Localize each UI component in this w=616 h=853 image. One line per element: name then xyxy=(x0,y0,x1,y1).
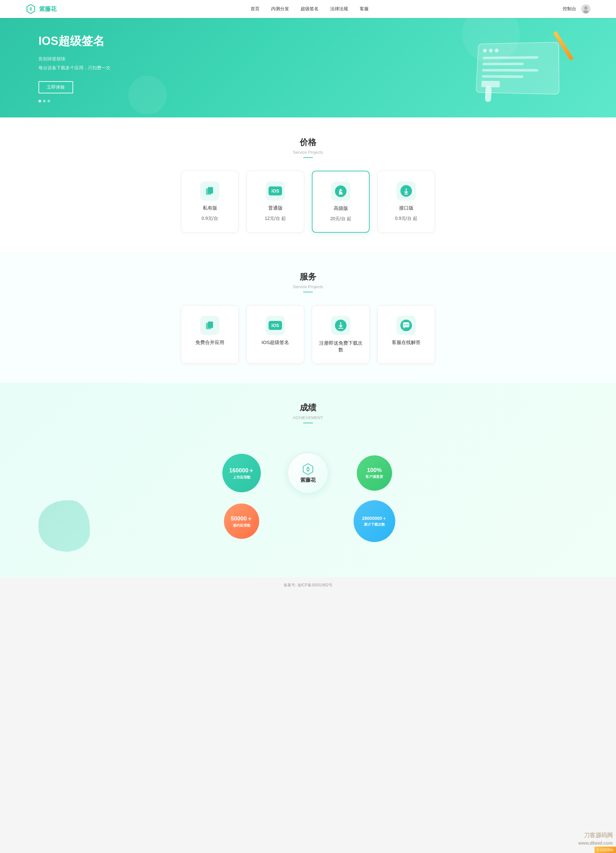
nav-item-service[interactable]: 客服 xyxy=(360,6,369,12)
advanced-card-price: 20元/台 起 xyxy=(330,216,351,222)
hero-title: IOS超级签名 xyxy=(38,33,110,49)
hero-cta-button[interactable]: 立即体验 xyxy=(38,81,73,93)
hero-subtitle: 告别掉签烦恼 每台设备下载多个应用，只扣费一次 xyxy=(38,54,110,72)
navbar-menu: 首页 内测分发 超级签名 法律法规 客服 xyxy=(250,6,369,12)
stat-satisfaction: 100% 客户满意度 xyxy=(357,455,392,491)
achievement-title: 成绩 xyxy=(38,402,578,413)
navbar: 紫藤花 首页 内测分发 超级签名 法律法规 客服 控制台 xyxy=(0,0,616,18)
hero-dots xyxy=(38,100,110,102)
ios-text-icon: iOS xyxy=(269,187,282,196)
pricing-card-advanced[interactable]: 高级版 20元/台 起 xyxy=(312,171,370,233)
svg-point-4 xyxy=(583,10,589,14)
ios-service-icon-wrapper: iOS xyxy=(266,316,285,335)
logo-icon xyxy=(26,4,36,14)
customer-card-name: 客服在线解答 xyxy=(392,340,420,346)
chat-icon xyxy=(401,320,412,331)
logo-center-circle: 紫藤花 xyxy=(287,452,329,494)
pricing-card-api[interactable]: 接口版 0.9元/台 起 xyxy=(377,171,435,233)
pricing-card-private[interactable]: 私有版 0.9元/台 xyxy=(181,171,239,233)
svg-rect-6 xyxy=(208,187,213,194)
api-card-name: 接口版 xyxy=(399,205,414,211)
private-card-price: 0.9元/台 xyxy=(202,216,218,222)
hero-subtitle-line1: 告别掉签烦恼 xyxy=(38,54,110,63)
hero-banner: IOS超级签名 告别掉签烦恼 每台设备下载多个应用，只扣费一次 立即体验 xyxy=(0,18,616,117)
stat-enterprise-count: 50000＋ 签约应用数 xyxy=(224,504,259,539)
user-avatar[interactable] xyxy=(581,5,590,14)
gift-download-icon xyxy=(335,320,346,331)
service-card-merge[interactable]: 免费合并应用 xyxy=(181,305,239,364)
navbar-right: 控制台 xyxy=(563,5,590,14)
svg-point-1 xyxy=(30,8,32,10)
svg-rect-14 xyxy=(208,322,213,328)
center-logo-area: 紫藤花 xyxy=(287,452,329,494)
logo-text: 紫藤花 xyxy=(39,5,56,13)
services-title: 服务 xyxy=(38,271,578,282)
normal-card-name: 普通版 xyxy=(268,205,283,211)
svg-rect-12 xyxy=(404,194,408,194)
hero-content: IOS超级签名 告别掉签烦恼 每台设备下载多个应用，只扣费一次 立即体验 xyxy=(38,33,110,102)
iso-card xyxy=(476,42,560,95)
service-card-free-download[interactable]: 注册即送免费下载次数 xyxy=(312,305,370,364)
merge-card-name: 免费合并应用 xyxy=(196,340,224,346)
nav-item-internal[interactable]: 内测分发 xyxy=(271,6,289,12)
svg-point-3 xyxy=(584,6,587,10)
copy-files-icon xyxy=(205,186,215,196)
stats-grid: 160000＋ 上市应用数 紫藤花 100% 客户满意度 xyxy=(212,452,404,542)
nav-item-super-sign[interactable]: 超级签名 xyxy=(300,6,319,12)
nav-item-home[interactable]: 首页 xyxy=(250,6,259,12)
control-panel-link[interactable]: 控制台 xyxy=(563,6,576,12)
svg-point-18 xyxy=(404,325,405,325)
merge-files-icon xyxy=(205,320,215,331)
api-icon-wrapper xyxy=(396,181,416,200)
normal-icon-wrapper: iOS xyxy=(266,181,285,200)
center-logo-name: 紫藤花 xyxy=(300,477,316,484)
pricing-title: 价格 xyxy=(38,137,578,148)
service-card-customer[interactable]: 客服在线解答 xyxy=(377,305,435,364)
svg-point-20 xyxy=(407,325,408,325)
achievement-section: 成绩 ACHIEVEMENT 160000＋ 上市应用数 紫藤花 xyxy=(0,383,616,577)
pricing-card-normal[interactable]: iOS 普通版 12元/台 起 xyxy=(246,171,304,233)
stats-wrapper: 160000＋ 上市应用数 紫藤花 100% 客户满意度 xyxy=(38,443,578,552)
service-card-ios[interactable]: iOS IOS超级签名 xyxy=(246,305,304,364)
private-card-name: 私有版 xyxy=(203,205,217,211)
dot-2[interactable] xyxy=(43,100,46,102)
ios-service-card-name: IOS超级签名 xyxy=(261,340,289,346)
hero-illustration xyxy=(455,31,578,105)
hero-deco-circle2 xyxy=(128,76,167,114)
free-download-icon-wrapper xyxy=(331,316,350,335)
dot-3[interactable] xyxy=(47,100,50,102)
footer: 备案号: 渝ICP备16001962号 xyxy=(0,577,616,593)
pricing-subtitle: Service Projects xyxy=(38,150,578,158)
api-download-icon xyxy=(401,185,412,197)
customer-icon-wrapper xyxy=(396,316,416,335)
stat-apps-count: 160000＋ 上市应用数 xyxy=(222,454,261,492)
services-subtitle: Service Projects xyxy=(38,284,578,292)
free-download-card-name: 注册即送免费下载次数 xyxy=(317,340,364,353)
dot-1[interactable] xyxy=(38,100,41,102)
services-cards-grid: 免费合并应用 iOS IOS超级签名 注册即送免费下载次数 xyxy=(38,305,578,364)
hero-subtitle-line2: 每台设备下载多个应用，只扣费一次 xyxy=(38,63,110,72)
normal-card-price: 12元/台 起 xyxy=(265,216,285,222)
svg-point-22 xyxy=(307,468,309,470)
stat-download-count: 28000000＋ 累计下载次数 xyxy=(354,500,395,542)
svg-rect-10 xyxy=(339,194,343,194)
svg-point-19 xyxy=(406,325,407,325)
services-section: 服务 Service Projects 免费合并应用 iOS IOS超级签名 xyxy=(0,252,616,383)
pencil-icon xyxy=(553,31,574,61)
nav-item-law[interactable]: 法律法规 xyxy=(330,6,348,12)
api-card-price: 0.9元/台 起 xyxy=(395,216,417,222)
private-icon-wrapper xyxy=(200,181,220,200)
advanced-icon-wrapper xyxy=(331,182,350,201)
download-circle-icon xyxy=(335,185,346,197)
center-logo-icon xyxy=(302,463,314,476)
achievement-subtitle: ACHIEVEMENT xyxy=(38,415,578,423)
ios-service-text-icon: iOS xyxy=(269,321,282,330)
pricing-cards-grid: 私有版 0.9元/台 iOS 普通版 12元/台 起 高级版 xyxy=(38,171,578,233)
icp-text: 备案号: 渝ICP备16001962号 xyxy=(284,583,332,587)
navbar-logo-area: 紫藤花 xyxy=(26,4,56,14)
deco-blob xyxy=(38,500,90,552)
advanced-card-name: 高级版 xyxy=(334,205,348,211)
person-figure xyxy=(485,86,492,102)
svg-rect-16 xyxy=(338,328,343,329)
merge-icon-wrapper xyxy=(200,316,220,335)
